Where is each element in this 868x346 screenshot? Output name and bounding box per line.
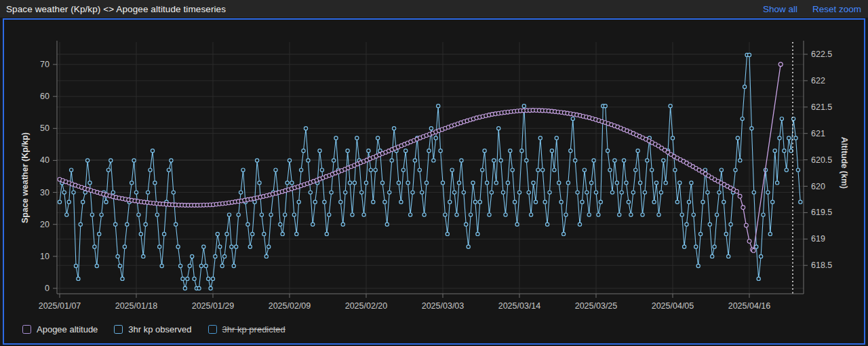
plot-area[interactable] xyxy=(57,42,804,294)
svg-text:2025/01/29: 2025/01/29 xyxy=(192,301,235,311)
svg-text:2025/02/20: 2025/02/20 xyxy=(345,301,388,311)
svg-text:2025/03/14: 2025/03/14 xyxy=(498,301,541,311)
kp-observed-checkbox[interactable] xyxy=(114,325,123,334)
svg-text:620.5: 620.5 xyxy=(811,155,832,165)
svg-text:60: 60 xyxy=(40,92,50,101)
svg-text:620: 620 xyxy=(811,182,825,191)
svg-text:622.5: 622.5 xyxy=(811,50,832,59)
svg-text:618.5: 618.5 xyxy=(811,261,832,270)
svg-text:621: 621 xyxy=(811,129,825,138)
svg-text:622: 622 xyxy=(811,76,825,85)
kp-predicted-checkbox[interactable] xyxy=(208,325,217,334)
timeseries-plot[interactable]: 010203040506070618.5619619.5620620.56216… xyxy=(0,0,868,346)
apogee-altitude-checkbox[interactable] xyxy=(22,325,31,334)
svg-text:10: 10 xyxy=(40,252,50,261)
svg-text:2025/01/07: 2025/01/07 xyxy=(39,301,81,311)
svg-text:30: 30 xyxy=(40,188,50,197)
svg-text:50: 50 xyxy=(40,123,50,133)
legend-item-apogee-altitude[interactable]: Apogee altitude xyxy=(22,324,98,334)
legend-label: 3hr kp observed xyxy=(128,324,191,334)
legend-item-kp-observed[interactable]: 3hr kp observed xyxy=(114,324,191,334)
legend-label: 3hr kp predicted xyxy=(222,324,285,334)
svg-text:2025/04/16: 2025/04/16 xyxy=(728,301,771,311)
svg-text:2025/04/05: 2025/04/05 xyxy=(652,301,694,311)
svg-text:2025/02/09: 2025/02/09 xyxy=(269,301,311,311)
svg-text:621.5: 621.5 xyxy=(811,102,832,112)
legend-label: Apogee altitude xyxy=(37,324,98,334)
svg-text:2025/03/25: 2025/03/25 xyxy=(575,301,618,311)
right-axis-title: Altitude (km) xyxy=(840,137,849,189)
svg-text:619.5: 619.5 xyxy=(811,208,832,217)
legend-item-kp-predicted[interactable]: 3hr kp predicted xyxy=(208,324,285,334)
svg-text:70: 70 xyxy=(40,60,50,69)
chart-legend: Apogee altitude 3hr kp observed 3hr kp p… xyxy=(22,324,285,334)
svg-text:0: 0 xyxy=(45,284,50,293)
svg-text:40: 40 xyxy=(40,155,50,165)
svg-text:619: 619 xyxy=(811,234,825,244)
svg-text:20: 20 xyxy=(40,220,50,229)
svg-text:2025/03/03: 2025/03/03 xyxy=(422,301,465,311)
left-axis-title: Space weather (Kp/kp) xyxy=(20,132,30,223)
svg-text:2025/01/18: 2025/01/18 xyxy=(115,301,158,311)
